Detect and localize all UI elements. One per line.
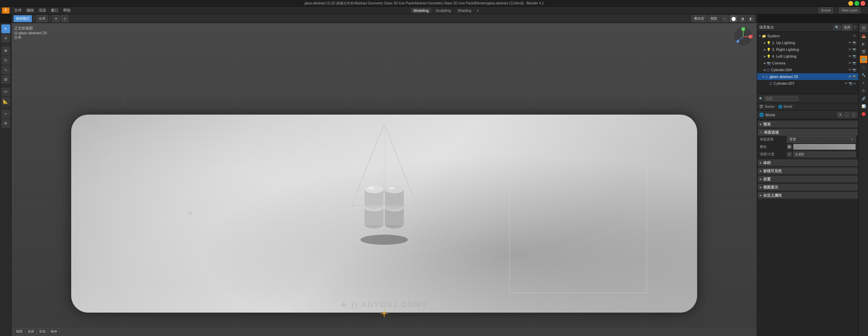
world-preview-btn[interactable]: 👁 (837, 112, 843, 118)
snap-toggle[interactable]: ⊕ (52, 15, 60, 22)
custom-props-header[interactable]: ▶ 自定义属性 (758, 192, 858, 199)
shading-render[interactable]: ◐ (747, 15, 755, 22)
view-menu[interactable]: 视图 (14, 329, 24, 335)
view-layer-props-icon[interactable]: ◧ (860, 40, 867, 47)
color-swatch[interactable] (793, 144, 856, 150)
strength-field[interactable]: 0.400 (793, 152, 856, 157)
rotate-tool[interactable]: ↻ (1, 56, 10, 65)
global-selector[interactable]: 全局 (36, 15, 48, 22)
shading-solid[interactable]: ⬤ (730, 15, 737, 22)
navigation-gizmo[interactable]: X Y Z (733, 26, 753, 47)
preview-header[interactable]: ▶ 预览 (758, 121, 858, 127)
menu-edit[interactable]: 编辑 (24, 7, 36, 14)
vis-icon-c4[interactable]: 👁 (848, 68, 851, 72)
output-props-icon[interactable]: 📤 (860, 32, 867, 40)
modifier-props-icon[interactable]: 🔧 (860, 71, 867, 79)
outliner-item-cylinder004[interactable]: ▶ ⬡ Cylinder.004 👁 📷 (757, 66, 859, 73)
view-layer-selector[interactable]: View Layer (839, 7, 861, 13)
blender-logo[interactable]: B (2, 7, 9, 14)
vis-icon-system[interactable]: 👁 (853, 34, 856, 38)
cp-label: 自定义属性 (763, 193, 782, 198)
outliner-item-camera[interactable]: ▶ 📷 Camera 👁 📷 (757, 60, 859, 66)
render-icon-cam[interactable]: 📷 (852, 61, 856, 65)
outliner-item-right-lighting[interactable]: ▶ 💡 3. Right Lighting 👁 📷 (757, 46, 859, 53)
vis-icon-ga[interactable]: 👁 (848, 75, 851, 78)
maximize-icon: □ (856, 2, 858, 5)
view-tool[interactable]: 👁 (1, 119, 10, 128)
render-icon-ga[interactable]: 📷 (852, 75, 856, 78)
scene-breadcrumb-label[interactable]: Scene (765, 105, 774, 108)
add-menu[interactable]: 添加 (37, 329, 47, 335)
transform-tool[interactable]: ⊞ (1, 75, 10, 84)
measure-tool[interactable]: 📐 (1, 97, 10, 106)
outliner-search[interactable]: 🔍 (833, 25, 841, 30)
vis-icon-cam[interactable]: 👁 (848, 61, 851, 65)
viewport-display-header[interactable]: ▶ 视图显示 (758, 184, 858, 191)
vis-icon-c7[interactable]: 👁 (845, 82, 848, 85)
outliner-item-system[interactable]: ▼ 📁 System 👁 (757, 33, 859, 39)
outliner-item-glass-abstract[interactable]: ▼ ⬡ glass abstract 29 👁 📷 (757, 73, 859, 80)
surface-type-dropdown[interactable]: 背景 ▼ (787, 136, 856, 143)
volume-header[interactable]: ▶ 体积 (758, 159, 858, 166)
annotate-tool[interactable]: ✏ (1, 87, 10, 96)
scale-tool[interactable]: ⤡ (1, 65, 10, 74)
workspace-modeling[interactable]: Modeling (411, 8, 432, 13)
physics-props-icon[interactable]: ⚙ (860, 87, 867, 94)
menu-render[interactable]: 渲染 (37, 7, 48, 14)
proportional-edit[interactable]: ◎ (61, 15, 68, 22)
vis-icon-rl[interactable]: 👁 (848, 48, 851, 51)
outliner-item-cylinder007[interactable]: ⬡ Cylinder.007 👁 📷 ⊕ (757, 80, 859, 87)
render-icon-rl[interactable]: 📷 (852, 48, 856, 51)
menu-help[interactable]: 帮助 (61, 7, 73, 14)
mode-selector[interactable]: 物体模式 (14, 15, 32, 22)
world-breadcrumb-label[interactable]: World (784, 105, 792, 108)
render-icon-c4[interactable]: 📷 (852, 68, 856, 72)
settings-header[interactable]: ▶ 设置 (758, 176, 858, 182)
gizmo-btn[interactable]: 视图 (708, 15, 719, 22)
maximize-btn[interactable]: □ (854, 1, 859, 6)
ray-visibility-header[interactable]: ▶ 射线可见性 (758, 167, 858, 174)
vis-icon-ll[interactable]: 👁 (848, 55, 851, 58)
scene-icon: 🎬 (759, 105, 763, 108)
viewport-3d[interactable]: 正交前视图 (i) glass abstract 29 分米 X Y Z (12, 23, 757, 336)
workspace-add[interactable]: + (475, 8, 480, 13)
select-tool[interactable]: ↖ (1, 24, 10, 33)
world-options-btn[interactable]: ⋮ (844, 112, 850, 118)
object-props-icon[interactable]: ⬡ (860, 63, 867, 71)
cursor-tool[interactable]: ✛ (1, 34, 10, 43)
constraints-props-icon[interactable]: 🔗 (860, 95, 867, 102)
minimize-btn[interactable]: — (848, 1, 853, 6)
outliner-item-left-lighting[interactable]: ▶ 💡 4. Left Lighting 👁 📷 (757, 53, 859, 60)
outliner-filter-icon[interactable]: ▽ (853, 25, 856, 30)
move-tool[interactable]: ✥ (1, 46, 10, 55)
workspace-shading[interactable]: Shading (455, 8, 474, 13)
properties-toolbar: 🔍 (757, 94, 859, 103)
shading-material[interactable]: ◑ (738, 15, 746, 22)
surface-header[interactable]: ▼ 表面选项 (758, 129, 858, 136)
render-icon-c7[interactable]: 📷 (849, 82, 852, 85)
object-menu[interactable]: 物体 (49, 329, 59, 335)
render-icon-ul[interactable]: 📷 (852, 41, 856, 44)
extra-icon-c7[interactable]: ⊕ (853, 82, 856, 85)
world-props-icon[interactable]: 🌐 (860, 56, 867, 63)
vis-icon-ul[interactable]: 👁 (848, 41, 851, 44)
particles-props-icon[interactable]: ✦ (860, 79, 867, 86)
scene-props-icon[interactable]: 🎬 (860, 48, 867, 55)
workspace-sculpting[interactable]: Sculpting (433, 8, 453, 13)
menu-file[interactable]: 文件 (12, 7, 24, 14)
overlay-btn[interactable]: 叠加层 (692, 15, 707, 22)
menu-window[interactable]: 窗口 (49, 7, 60, 14)
scene-selector[interactable]: Scene (818, 7, 833, 13)
render-props-icon[interactable]: 🎬 (860, 24, 867, 32)
props-search-input[interactable] (764, 96, 798, 101)
select-menu[interactable]: 选择 (26, 329, 36, 335)
outliner-item-up-lighting[interactable]: ▶ 💡 1. Up Lighting 👁 📷 (757, 39, 859, 46)
shading-wire[interactable]: □ (721, 15, 728, 22)
world-close-btn[interactable]: × (851, 112, 856, 118)
close-btn[interactable]: × (861, 1, 865, 6)
outliner-filter-label[interactable]: 选择 (842, 24, 852, 31)
add-tool[interactable]: + (1, 110, 10, 118)
data-props-icon[interactable]: 📊 (860, 102, 867, 110)
render-icon-ll[interactable]: 📷 (852, 55, 856, 58)
material-props-icon[interactable]: 🔴 (860, 110, 867, 118)
